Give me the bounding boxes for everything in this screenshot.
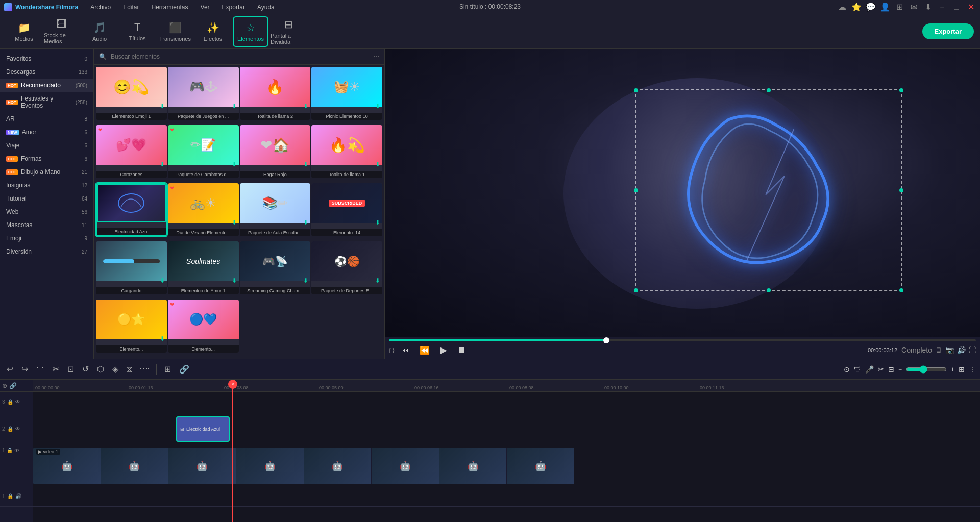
download-icon-toalita2[interactable]: ⬇ bbox=[303, 103, 308, 110]
fit-icon[interactable]: ⊞ bbox=[959, 365, 965, 374]
download-icon-verano[interactable]: ⬇ bbox=[232, 219, 237, 226]
element-card-deportes[interactable]: ⚽🏀 ⬇ Paquete de Deportes E... bbox=[311, 241, 382, 294]
loop-button[interactable]: ↺ bbox=[80, 363, 91, 376]
download-icon-picnic10[interactable]: ⬇ bbox=[375, 103, 380, 110]
download-icon-row4a[interactable]: ⬇ bbox=[160, 335, 165, 342]
download-icon-garabatos[interactable]: ⬇ bbox=[232, 161, 237, 168]
download-icon[interactable]: ⬇ bbox=[923, 2, 933, 12]
toolbar-elementos[interactable]: ☆ Elementos bbox=[233, 16, 268, 47]
track1-eye[interactable]: 👁 bbox=[14, 448, 19, 453]
monitor-icon[interactable]: 🖥 bbox=[935, 346, 942, 354]
element-card-toalita2[interactable]: 🔥 ⬇ Toalita de llama 2 bbox=[240, 67, 311, 120]
element-card-verano[interactable]: 🚲☀ ❤ ⬇ Día de Verano Elemento... bbox=[168, 183, 239, 236]
export-button[interactable]: Exportar bbox=[922, 23, 974, 39]
progress-handle[interactable] bbox=[603, 337, 609, 343]
element-card-hogar[interactable]: ❤🏠 ⬇ Hogar Rojo bbox=[240, 125, 311, 178]
add-track-icon[interactable]: ⊕ bbox=[2, 382, 7, 389]
sidebar-item-favoritos[interactable]: Favoritos 0 bbox=[0, 52, 93, 65]
element-card-row4b[interactable]: 🔵💙 ❤ Elemento... bbox=[168, 300, 239, 353]
toolbar-efectos[interactable]: ✨ Efectos bbox=[195, 16, 231, 47]
sidebar-item-diversion[interactable]: Diversión 27 bbox=[0, 245, 93, 258]
mask-button[interactable]: ⬡ bbox=[94, 363, 107, 376]
clip-electricidad-azul[interactable]: ⊞ Electricidad Azul bbox=[176, 416, 230, 442]
menu-ayuda[interactable]: Ayuda bbox=[255, 3, 277, 12]
redo-button[interactable]: ↪ bbox=[19, 363, 31, 376]
download-icon-toalita1[interactable]: ⬇ bbox=[375, 161, 380, 168]
track3-eye[interactable]: 👁 bbox=[15, 399, 20, 405]
toolbar-titulos[interactable]: T Títulos bbox=[119, 16, 155, 47]
download-icon-elemento14[interactable]: ⬇ bbox=[375, 219, 380, 226]
video-clip-main[interactable]: ▶ video-1 🤖 🤖 🤖 🤖 🤖 🤖 🤖 bbox=[33, 448, 574, 484]
element-card-toalita1[interactable]: 🔥💫 ⬇ Toalita de llama 1 bbox=[311, 125, 382, 178]
sidebar-item-descargas[interactable]: Descargas 133 bbox=[0, 65, 93, 79]
maximize-button[interactable]: □ bbox=[951, 3, 962, 12]
play-button[interactable]: ▶ bbox=[437, 343, 450, 357]
sidebar-item-insignias[interactable]: Insignias 12 bbox=[0, 179, 93, 192]
user-icon[interactable]: 👤 bbox=[880, 2, 890, 12]
step-back-button[interactable]: ⏪ bbox=[416, 344, 433, 356]
element-card-row4a[interactable]: 🟡⭐ ⬇ Elemento... bbox=[96, 300, 167, 353]
fullscreen-icon[interactable]: ⛶ bbox=[969, 346, 976, 354]
download-icon-corazones[interactable]: ⬇ bbox=[160, 161, 165, 168]
toolbar-pantalla[interactable]: ⊟ Pantalla Dividida bbox=[271, 16, 306, 47]
chat-icon[interactable]: 💬 bbox=[866, 2, 876, 12]
grid-options-icon[interactable]: ⋯ bbox=[373, 53, 379, 60]
sidebar-item-tutorial[interactable]: Tutorial 64 bbox=[0, 192, 93, 205]
sidebar-item-formas[interactable]: HOT Formas 6 bbox=[0, 152, 93, 165]
shield-icon[interactable]: 🛡 bbox=[854, 365, 861, 374]
menu-exportar[interactable]: Exportar bbox=[220, 3, 247, 12]
link-tracks-icon[interactable]: 🔗 bbox=[9, 382, 17, 389]
pip-icon[interactable]: ⊟ bbox=[888, 365, 894, 374]
sidebar-item-mascotas[interactable]: Mascotas 11 bbox=[0, 218, 93, 232]
element-card-emoji1[interactable]: 😊💫 ⬇ Elementoo Emoji 1 bbox=[96, 67, 167, 120]
menu-ver[interactable]: Ver bbox=[199, 3, 212, 12]
element-card-soulmates[interactable]: Soulmates ⬇ Elementoo de Amor 1 bbox=[168, 241, 239, 294]
download-icon-cargando[interactable]: ⬇ bbox=[160, 277, 165, 284]
track-add-left[interactable]: ⊞ bbox=[162, 363, 174, 376]
element-card-elemento14[interactable]: SUBSCRIBED ⬇ Elemento_14 bbox=[311, 183, 382, 236]
track2-eye[interactable]: 👁 bbox=[15, 426, 20, 432]
download-icon-soulmates[interactable]: ⬇ bbox=[232, 277, 237, 284]
toolbar-audio[interactable]: 🎵 Audio bbox=[82, 16, 117, 47]
track2-lock[interactable]: 🔒 bbox=[7, 426, 13, 432]
download-icon-aula[interactable]: ⬇ bbox=[303, 219, 308, 226]
element-card-aula[interactable]: 📚✏ ⬇ Paquete de Aula Escolar... bbox=[240, 183, 311, 236]
toolbar-medios[interactable]: 📁 Medios bbox=[6, 16, 42, 47]
search-input[interactable] bbox=[111, 53, 369, 60]
cut-button[interactable]: ✂ bbox=[50, 363, 62, 376]
progress-bar[interactable] bbox=[389, 339, 976, 341]
track1-lock[interactable]: 🔒 bbox=[7, 448, 13, 453]
element-card-cargando[interactable]: ⬇ Cargando bbox=[96, 241, 167, 294]
element-card-corazones[interactable]: 💕💗 ❤ ⬇ Corazones bbox=[96, 125, 167, 178]
menu-editar[interactable]: Editar bbox=[121, 3, 141, 12]
settings2-icon[interactable]: ⋮ bbox=[969, 365, 976, 374]
sidebar-item-recomendado[interactable]: HOT Recomendado (500) bbox=[0, 79, 93, 92]
mail-icon[interactable]: ✉ bbox=[909, 2, 919, 12]
toolbar-transiciones[interactable]: ⬛ Transiciones bbox=[157, 16, 193, 47]
toolbar-stock[interactable]: 🎞 Stock de Medios bbox=[44, 16, 80, 47]
element-card-streaming[interactable]: 🎮📡 ⬇ Streaming Gaming Cham... bbox=[240, 241, 311, 294]
download-icon-deportes[interactable]: ⬇ bbox=[375, 277, 380, 284]
cloud-icon[interactable]: ☁ bbox=[837, 2, 847, 12]
color-button[interactable]: ◈ bbox=[110, 363, 121, 376]
sidebar-item-viaje[interactable]: Viaje 6 bbox=[0, 139, 93, 152]
star-icon[interactable]: ⭐ bbox=[851, 2, 862, 12]
track3-lock[interactable]: 🔒 bbox=[7, 399, 13, 405]
cut2-icon[interactable]: ✂ bbox=[878, 365, 884, 374]
track-link-button[interactable]: 🔗 bbox=[177, 363, 192, 376]
audio-wave-button[interactable]: 〰 bbox=[138, 363, 151, 376]
sidebar-item-emoji[interactable]: Emoji 9 bbox=[0, 232, 93, 245]
sidebar-item-web[interactable]: Web 56 bbox=[0, 205, 93, 218]
sidebar-item-festivales[interactable]: HOT Festivales y Eventos (258) bbox=[0, 92, 93, 112]
track-bottom-lock[interactable]: 🔒 bbox=[7, 493, 13, 499]
delete-button[interactable]: 🗑 bbox=[34, 363, 47, 376]
download-icon-emoji1[interactable]: ⬇ bbox=[160, 103, 165, 110]
undo-button[interactable]: ↩ bbox=[4, 363, 16, 376]
element-card-electricazul[interactable]: Electricidad Azul bbox=[96, 183, 167, 236]
menu-archivo[interactable]: Archivo bbox=[88, 3, 113, 12]
zoom-slider[interactable] bbox=[906, 365, 947, 374]
minimize-button[interactable]: − bbox=[937, 3, 947, 12]
sidebar-item-ar[interactable]: AR 8 bbox=[0, 112, 93, 126]
menu-herramientas[interactable]: Herramientas bbox=[150, 3, 190, 12]
sidebar-item-amor[interactable]: NEW Amor 6 bbox=[0, 126, 93, 139]
